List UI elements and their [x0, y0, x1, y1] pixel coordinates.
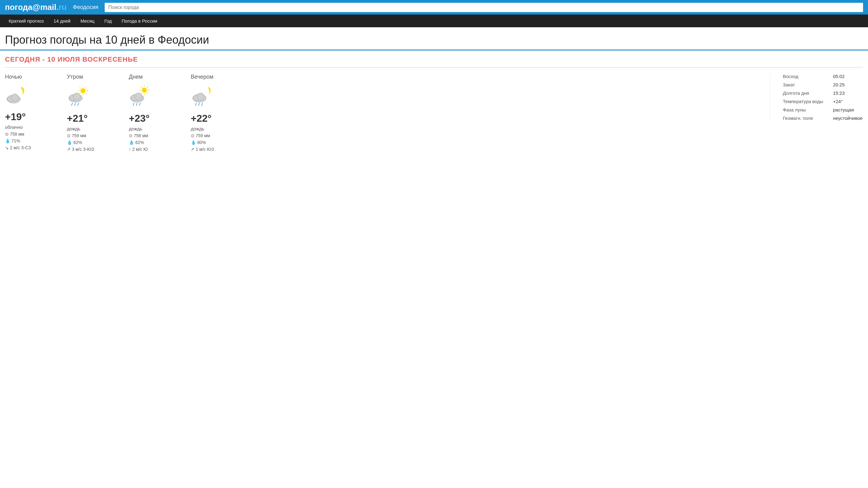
- svg-line-9: [86, 93, 86, 94]
- svg-line-32: [140, 103, 140, 105]
- svg-point-35: [197, 93, 205, 100]
- morning-condition: дождь: [67, 126, 81, 131]
- daylight-value: 15:23: [833, 90, 863, 96]
- svg-line-15: [71, 103, 72, 105]
- sunset-label: Закат: [783, 82, 824, 87]
- night-temperature: +19°: [5, 111, 26, 123]
- sunset-value: 20:25: [833, 82, 863, 87]
- logo-ru: ru: [59, 2, 67, 12]
- svg-line-16: [74, 103, 75, 105]
- logo-mail: mail: [40, 2, 56, 12]
- wind-arrow-icon: ↑: [129, 147, 131, 152]
- evening-condition: дождь: [191, 126, 205, 131]
- evening-temperature: +22°: [191, 113, 212, 124]
- svg-point-29: [135, 93, 142, 100]
- city-label: Феодосия: [73, 4, 98, 10]
- sunrise-value: 05:02: [833, 74, 863, 79]
- sunrise-label: Восход: [783, 74, 824, 79]
- evening-rainy-icon: [191, 85, 212, 110]
- period-night-label: Ночью: [5, 74, 22, 80]
- svg-line-31: [136, 103, 137, 105]
- page-title: Прогноз погоды на 10 дней в Феодосии: [5, 33, 863, 47]
- wind-arrow-icon: ↗: [191, 147, 194, 152]
- moon-value: растущая: [833, 107, 863, 113]
- svg-point-14: [73, 93, 81, 100]
- svg-line-37: [198, 103, 199, 105]
- morning-pressure: ⊙ 759 мм: [67, 133, 86, 138]
- day-pressure: ⊙ 758 мм: [129, 133, 148, 138]
- logo: погода@mail.ru: [5, 2, 67, 12]
- geomag-label: Геомагн. поле: [783, 116, 824, 121]
- pressure-icon: ⊙: [5, 131, 9, 136]
- nav-russia[interactable]: Погода в России: [117, 14, 162, 27]
- water-temp-value: +24°: [833, 99, 863, 104]
- main-nav: Краткий прогноз 14 дней Месяц Год Погода…: [0, 14, 868, 27]
- period-day-label: Днем: [129, 74, 143, 80]
- svg-line-26: [141, 93, 142, 93]
- svg-line-23: [141, 87, 142, 88]
- logo-at: @: [32, 2, 40, 12]
- today-section: СЕГОДНЯ - 10 ИЮЛЯ ВОСКРЕСЕНЬЕ Ночью: [0, 51, 868, 152]
- day-humidity: 💧 62%: [129, 140, 144, 145]
- header: погода@mail.ru Феодосия: [0, 0, 868, 14]
- period-night: Ночью +19° облачно ⊙ 758 м: [5, 74, 55, 152]
- night-humidity: 💧 71%: [5, 139, 20, 143]
- nav-14days[interactable]: 14 дней: [49, 14, 75, 27]
- period-evening-label: Вечером: [191, 74, 213, 80]
- period-morning-label: Утром: [67, 74, 83, 80]
- humidity-icon: 💧: [5, 139, 10, 143]
- day-wind: ↑ 2 м/с Ю: [129, 147, 148, 152]
- search-input[interactable]: [105, 3, 863, 12]
- evening-wind: ↗ 1 м/с ЮЗ: [191, 147, 214, 152]
- svg-point-2: [11, 94, 19, 101]
- nav-month[interactable]: Месяц: [75, 14, 99, 27]
- evening-pressure: ⊙ 759 мм: [191, 133, 210, 138]
- night-pressure: ⊙ 758 мм: [5, 131, 25, 136]
- periods-left: Ночью +19° облачно ⊙ 758 м: [5, 74, 770, 152]
- humidity-icon: 💧: [67, 140, 72, 145]
- morning-wind: ↗ 3 м/с З-ЮЗ: [67, 147, 94, 152]
- night-condition: облачно: [5, 124, 23, 130]
- wind-arrow-icon: ↘: [5, 145, 9, 150]
- morning-rainy-icon: [67, 85, 89, 110]
- morning-temperature: +21°: [67, 113, 88, 124]
- svg-point-3: [81, 88, 86, 93]
- humidity-icon: 💧: [129, 140, 134, 145]
- svg-point-18: [142, 88, 147, 93]
- period-day: Днем: [129, 74, 178, 152]
- pressure-icon: ⊙: [129, 133, 132, 138]
- logo-pogoda: погода: [5, 2, 32, 12]
- svg-line-17: [78, 103, 79, 105]
- day-rainy-icon: [129, 85, 151, 110]
- pressure-icon: ⊙: [67, 133, 71, 138]
- svg-line-25: [147, 87, 148, 88]
- night-cloudy-icon: [5, 85, 27, 108]
- svg-line-8: [80, 87, 81, 88]
- svg-line-11: [80, 93, 81, 94]
- day-temperature: +23°: [129, 113, 150, 124]
- svg-line-38: [202, 103, 203, 105]
- evening-humidity: 💧 80%: [191, 140, 206, 145]
- sun-info-panel: Восход 05:02 Закат 20:25 Долгота дня 15:…: [770, 74, 863, 121]
- geomag-value: неустойчивое: [833, 116, 863, 121]
- svg-line-36: [195, 103, 196, 105]
- nav-year[interactable]: Год: [99, 14, 117, 27]
- periods-container: Ночью +19° облачно ⊙ 758 м: [5, 74, 863, 152]
- today-header: СЕГОДНЯ - 10 ИЮЛЯ ВОСКРЕСЕНЬЕ: [5, 55, 863, 67]
- daylight-label: Долгота дня: [783, 90, 824, 96]
- svg-line-10: [86, 87, 86, 88]
- night-wind: ↘ 2 м/с З-СЗ: [5, 145, 31, 150]
- svg-line-30: [133, 103, 134, 105]
- morning-humidity: 💧 62%: [67, 140, 82, 145]
- moon-label: Фаза луны: [783, 107, 824, 113]
- page-title-section: Прогноз погоды на 10 дней в Феодосии: [0, 27, 868, 51]
- svg-line-24: [147, 93, 148, 93]
- period-morning: Утром: [67, 74, 117, 152]
- period-evening: Вечером +22° д: [191, 74, 240, 152]
- humidity-icon: 💧: [191, 140, 196, 145]
- water-temp-label: Температура воды: [783, 99, 824, 104]
- day-condition: дождь: [129, 126, 143, 131]
- wind-arrow-icon: ↗: [67, 147, 71, 152]
- nav-brief[interactable]: Краткий прогноз: [4, 14, 49, 27]
- pressure-icon: ⊙: [191, 133, 194, 138]
